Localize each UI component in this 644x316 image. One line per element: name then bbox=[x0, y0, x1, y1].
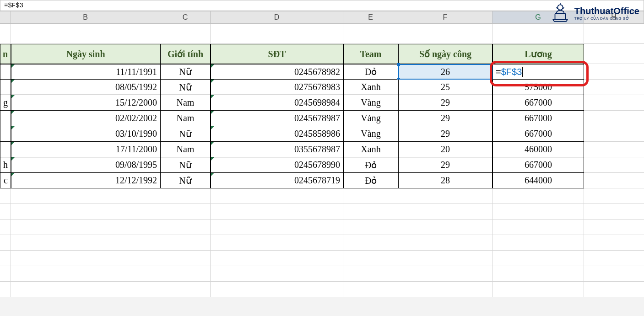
cell[interactable] bbox=[584, 235, 644, 251]
cell[interactable] bbox=[343, 251, 398, 266]
cell[interactable] bbox=[0, 24, 11, 44]
cell[interactable] bbox=[584, 188, 644, 204]
cell[interactable]: 29 bbox=[398, 126, 492, 142]
header-cell-team[interactable]: Team bbox=[343, 44, 398, 64]
cell[interactable]: 29 bbox=[398, 111, 492, 126]
cell[interactable]: 0245678990 bbox=[211, 157, 343, 173]
cell[interactable]: 0245698984 bbox=[211, 95, 343, 111]
cell[interactable] bbox=[398, 282, 492, 297]
cell[interactable] bbox=[343, 282, 398, 297]
cell[interactable]: Nữ bbox=[160, 126, 211, 142]
cell[interactable]: 667000 bbox=[492, 126, 584, 142]
cell[interactable]: 0245678987 bbox=[211, 111, 343, 126]
cell[interactable] bbox=[0, 235, 11, 251]
header-cell-gioi-tinh[interactable]: Giới tính bbox=[160, 44, 211, 64]
col-header-C[interactable]: C bbox=[160, 11, 211, 23]
header-cell[interactable]: n bbox=[0, 44, 11, 64]
cell[interactable] bbox=[584, 142, 644, 157]
cell[interactable] bbox=[492, 204, 584, 220]
cell[interactable] bbox=[492, 251, 584, 266]
cell[interactable] bbox=[584, 80, 644, 95]
cell[interactable] bbox=[584, 111, 644, 126]
cell[interactable]: 0355678987 bbox=[211, 142, 343, 157]
cell[interactable]: Vàng bbox=[343, 111, 398, 126]
cell[interactable] bbox=[0, 282, 11, 297]
cell[interactable]: 0245858986 bbox=[211, 126, 343, 142]
cell[interactable] bbox=[584, 24, 644, 44]
cell[interactable] bbox=[211, 282, 343, 297]
cell[interactable] bbox=[398, 188, 492, 204]
header-cell-ngay-sinh[interactable]: Ngày sinh bbox=[11, 44, 160, 64]
cell[interactable] bbox=[0, 204, 11, 220]
cell[interactable] bbox=[211, 266, 343, 282]
cell[interactable] bbox=[211, 204, 343, 220]
cell[interactable]: 575000 bbox=[492, 80, 584, 95]
cell[interactable] bbox=[11, 266, 160, 282]
cell[interactable] bbox=[0, 188, 11, 204]
cell[interactable]: 667000 bbox=[492, 95, 584, 111]
cell[interactable] bbox=[0, 266, 11, 282]
col-header-F[interactable]: F bbox=[398, 11, 492, 23]
cell[interactable] bbox=[584, 64, 644, 80]
cell[interactable] bbox=[160, 282, 211, 297]
cell[interactable] bbox=[0, 220, 11, 235]
cell[interactable]: 09/08/1995 bbox=[11, 157, 160, 173]
cell[interactable]: 29 bbox=[398, 95, 492, 111]
cell[interactable] bbox=[211, 235, 343, 251]
cell[interactable] bbox=[11, 188, 160, 204]
cell[interactable]: Đỏ bbox=[343, 64, 398, 80]
cell[interactable] bbox=[343, 266, 398, 282]
cell[interactable]: h bbox=[0, 157, 11, 173]
cell[interactable] bbox=[11, 251, 160, 266]
cell[interactable]: Nam bbox=[160, 111, 211, 126]
cell[interactable] bbox=[0, 111, 11, 126]
cell[interactable]: 25 bbox=[398, 80, 492, 95]
referenced-cell[interactable]: 26 bbox=[398, 64, 492, 80]
cell[interactable] bbox=[11, 282, 160, 297]
cell[interactable]: 12/12/1992 bbox=[11, 173, 160, 188]
active-editing-cell[interactable]: =$F$3 bbox=[492, 64, 584, 80]
cell[interactable] bbox=[584, 44, 644, 64]
cell[interactable] bbox=[398, 251, 492, 266]
cell[interactable]: 20 bbox=[398, 142, 492, 157]
cell[interactable]: g bbox=[0, 95, 11, 111]
cell[interactable] bbox=[160, 188, 211, 204]
col-header-E[interactable]: E bbox=[343, 11, 398, 23]
cell[interactable] bbox=[492, 220, 584, 235]
cell[interactable] bbox=[398, 235, 492, 251]
cell[interactable] bbox=[398, 266, 492, 282]
cell[interactable]: 667000 bbox=[492, 157, 584, 173]
cell[interactable]: 28 bbox=[398, 173, 492, 188]
cell[interactable] bbox=[492, 266, 584, 282]
cell[interactable] bbox=[584, 220, 644, 235]
cell[interactable] bbox=[492, 188, 584, 204]
cell[interactable] bbox=[584, 126, 644, 142]
cell[interactable] bbox=[584, 173, 644, 188]
cell[interactable] bbox=[343, 188, 398, 204]
cell[interactable] bbox=[211, 251, 343, 266]
cell[interactable] bbox=[211, 188, 343, 204]
cell[interactable]: 02/02/2002 bbox=[11, 111, 160, 126]
cell[interactable] bbox=[0, 251, 11, 266]
cell[interactable]: 08/05/1992 bbox=[11, 80, 160, 95]
cell[interactable]: 0245678719 bbox=[211, 173, 343, 188]
cell[interactable] bbox=[343, 24, 398, 44]
cell[interactable] bbox=[343, 220, 398, 235]
header-cell-so-ngay-cong[interactable]: Số ngày công bbox=[398, 44, 492, 64]
formula-bar[interactable]: =$F$3 bbox=[0, 0, 644, 11]
cell[interactable] bbox=[343, 204, 398, 220]
cell[interactable]: Vàng bbox=[343, 95, 398, 111]
cell[interactable]: Nữ bbox=[160, 173, 211, 188]
cell[interactable]: Đỏ bbox=[343, 157, 398, 173]
cell[interactable] bbox=[160, 24, 211, 44]
cell[interactable]: 667000 bbox=[492, 111, 584, 126]
cell[interactable] bbox=[0, 80, 11, 95]
header-cell-luong[interactable]: Lương bbox=[492, 44, 584, 64]
cell[interactable] bbox=[492, 282, 584, 297]
cell[interactable] bbox=[160, 220, 211, 235]
cell[interactable]: Nữ bbox=[160, 157, 211, 173]
cell[interactable]: 0275678983 bbox=[211, 80, 343, 95]
cell[interactable] bbox=[211, 220, 343, 235]
cell[interactable] bbox=[584, 251, 644, 266]
cell[interactable]: 460000 bbox=[492, 142, 584, 157]
